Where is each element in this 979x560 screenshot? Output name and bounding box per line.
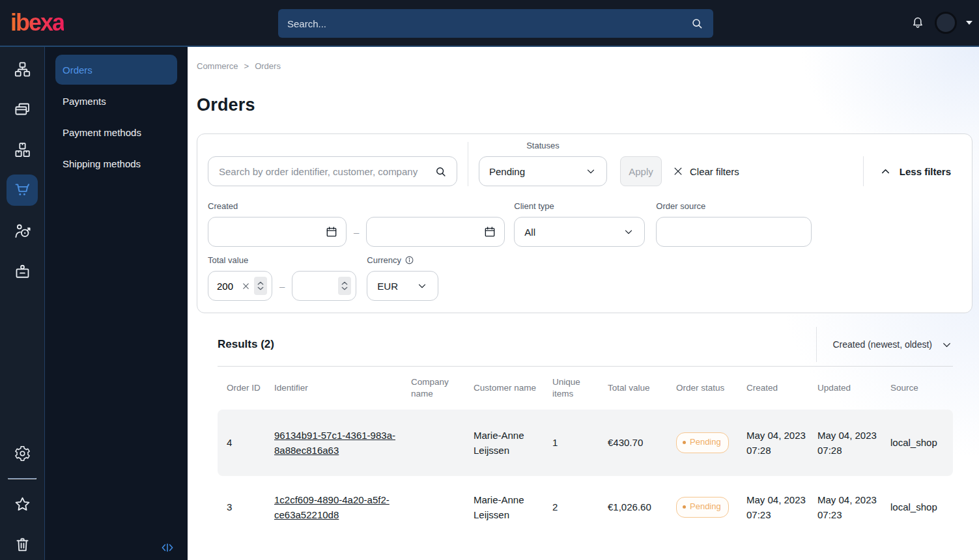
total-value-max-input[interactable] xyxy=(301,281,322,292)
status-badge: Pending xyxy=(676,432,729,453)
total-value-max-field[interactable] xyxy=(292,271,356,301)
column-header: Identifier xyxy=(274,382,411,394)
table-row: 4 96134b91-57c1-4361-983a-8a88ec816a63 M… xyxy=(218,410,953,476)
calendar-icon[interactable] xyxy=(325,225,338,238)
less-filters-toggle[interactable]: Less filters xyxy=(863,156,961,186)
apply-button[interactable]: Apply xyxy=(620,156,662,186)
chevron-down-icon xyxy=(623,226,634,238)
created-from-field[interactable] xyxy=(208,217,347,247)
sidebar-item-catalog-product-boxes-icon[interactable] xyxy=(7,134,38,165)
range-dash: – xyxy=(354,227,359,238)
sidebar-item-pages-payments-card-icon[interactable] xyxy=(7,94,38,125)
column-header: Company name xyxy=(411,376,474,400)
order-source-group: Order source xyxy=(656,201,812,247)
chevron-down-icon xyxy=(416,280,428,292)
client-type-select[interactable]: All xyxy=(514,217,645,247)
cell-order-id: 3 xyxy=(227,499,274,514)
order-source-input[interactable] xyxy=(656,217,812,247)
column-header: Customer name xyxy=(474,382,552,394)
sidebar-item-shipping-methods[interactable]: Shipping methods xyxy=(55,148,177,178)
breadcrumb-commerce[interactable]: Commerce xyxy=(197,61,238,71)
column-header: Order ID xyxy=(227,382,274,394)
currency-group: Currency EUR xyxy=(367,255,438,301)
currency-select[interactable]: EUR xyxy=(367,271,438,301)
order-search-field[interactable] xyxy=(208,156,457,186)
topbar: ibexa xyxy=(0,0,979,47)
chevron-up-icon xyxy=(879,165,892,178)
statuses-group: Statuses Pending xyxy=(479,141,607,186)
client-type-label: Client type xyxy=(514,201,656,211)
created-from-input[interactable] xyxy=(218,227,325,238)
cell-customer-name: Marie-Anne Leijssen xyxy=(474,492,552,523)
search-icon[interactable] xyxy=(434,165,447,178)
column-header: Order status xyxy=(676,382,746,394)
sidebar-item-commerce-cart-icon[interactable] xyxy=(7,175,38,206)
client-type-value: All xyxy=(524,227,535,238)
number-stepper[interactable] xyxy=(254,277,267,295)
info-icon[interactable] xyxy=(404,255,414,265)
clear-filters-button[interactable]: Clear filters xyxy=(672,156,739,186)
avatar[interactable] xyxy=(935,12,957,34)
table-row: 3 1c2cf609-4890-4a20-a5f2-ce63a52210d8 M… xyxy=(218,476,953,539)
currency-value: EUR xyxy=(377,281,398,292)
currency-label: Currency xyxy=(367,255,401,265)
global-search[interactable] xyxy=(278,9,713,38)
sidebar-item-orders[interactable]: Orders xyxy=(55,55,177,85)
sidebar-item-label: Payments xyxy=(63,96,106,107)
ibexa-logo[interactable]: ibexa xyxy=(10,11,64,35)
sidebar-item-label: Payment methods xyxy=(63,127,141,138)
breadcrumb: Commerce > Orders xyxy=(197,61,972,71)
cell-customer-name: Marie-Anne Leijssen xyxy=(474,428,552,458)
calendar-icon[interactable] xyxy=(483,225,496,238)
order-identifier-link[interactable]: 1c2cf609-4890-4a20-a5f2-ce63a52210d8 xyxy=(274,494,390,520)
caret-down-icon[interactable] xyxy=(966,21,972,25)
cell-updated: May 04, 2023 07:23 xyxy=(817,492,890,523)
sidebar-item-bookmarks-star-icon[interactable] xyxy=(7,488,38,520)
cell-unique-items: 2 xyxy=(552,499,608,514)
column-header: Created xyxy=(746,382,817,394)
sidebar-item-label: Orders xyxy=(63,64,92,76)
cell-created: May 04, 2023 07:23 xyxy=(746,492,817,523)
topbar-right xyxy=(910,12,979,34)
chevron-down-icon xyxy=(941,339,953,351)
created-to-field[interactable] xyxy=(366,217,505,247)
created-to-input[interactable] xyxy=(376,227,483,238)
order-search-input[interactable] xyxy=(219,166,434,177)
sidebar-item-marketing-target-icon[interactable] xyxy=(7,215,38,246)
sidebar-item-personalization-badge-icon[interactable] xyxy=(7,255,38,287)
statuses-label: Statuses xyxy=(526,141,560,150)
total-value-group: Total value – xyxy=(208,255,356,301)
order-identifier-link[interactable]: 96134b91-57c1-4361-983a-8a88ec816a63 xyxy=(274,430,395,456)
sidebar-item-content-sitemap-icon[interactable] xyxy=(7,53,38,85)
breadcrumb-orders[interactable]: Orders xyxy=(255,61,281,71)
cell-unique-items: 1 xyxy=(552,435,608,450)
created-range-group: Created – xyxy=(208,201,505,247)
column-header: Unique items xyxy=(552,376,608,400)
collapse-panel-icon[interactable] xyxy=(160,542,175,553)
cell-order-id: 4 xyxy=(227,435,274,450)
total-value-min-input[interactable] xyxy=(217,281,238,292)
rail-divider xyxy=(8,478,36,479)
sidebar-item-payments[interactable]: Payments xyxy=(55,86,177,116)
breadcrumb-separator: > xyxy=(244,61,249,71)
cell-updated: May 04, 2023 07:28 xyxy=(817,428,890,458)
sidebar-item-admin-gear-icon[interactable] xyxy=(7,438,38,469)
statuses-select[interactable]: Pending xyxy=(479,156,607,186)
status-dot xyxy=(683,505,686,509)
bell-icon[interactable] xyxy=(910,15,926,31)
cell-total-value: €430.70 xyxy=(608,435,676,450)
clear-value-icon[interactable] xyxy=(242,282,250,290)
sort-select[interactable]: Created (newest, oldest) xyxy=(816,327,953,362)
search-icon[interactable] xyxy=(690,16,704,31)
less-filters-label: Less filters xyxy=(900,166,961,177)
number-stepper[interactable] xyxy=(338,277,351,295)
sidebar-item-payment-methods[interactable]: Payment methods xyxy=(55,117,177,147)
total-value-min-field[interactable] xyxy=(208,271,272,301)
results-title: Results (2) xyxy=(218,338,274,351)
main-content: Commerce > Orders Orders Statuses Pendin… xyxy=(188,47,979,560)
sidebar-item-trash-icon[interactable] xyxy=(7,529,38,560)
results-section: Results (2) Created (newest, oldest) Ord… xyxy=(218,327,953,539)
total-value-label: Total value xyxy=(208,255,356,265)
global-search-input[interactable] xyxy=(287,18,690,29)
cell-total-value: €1,026.60 xyxy=(608,499,676,514)
